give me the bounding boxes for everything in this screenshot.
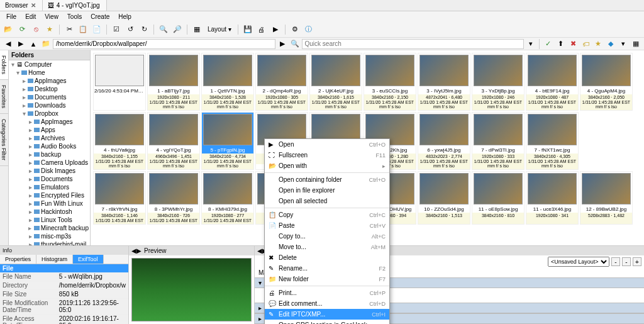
- tree-item[interactable]: ▸ Encrypted Files: [9, 191, 90, 199]
- tree-item[interactable]: ▸ backup: [9, 150, 90, 159]
- tab-exiftool[interactable]: ExifTool: [73, 255, 104, 264]
- menu-item[interactable]: 💬Edit comment...Ctrl+D: [265, 298, 389, 309]
- tree-item[interactable]: ▸ misc-mp3s: [9, 232, 90, 240]
- path-input[interactable]: [53, 39, 275, 49]
- tree-item[interactable]: ▸ Archives: [9, 134, 90, 142]
- back-icon[interactable]: ◀: [3, 38, 14, 50]
- menu-item[interactable]: Move to...Alt+M: [265, 242, 389, 252]
- sort-icon[interactable]: ▾: [618, 38, 629, 50]
- thumbnail-cell[interactable]: 4 - QguApM4.jpg 3840x2160 · 2,0501/31/20…: [580, 53, 633, 111]
- tree-item[interactable]: ▸ AppImages: [9, 77, 90, 85]
- menu-item[interactable]: 📂Open with▸: [265, 160, 389, 171]
- filter-icon[interactable]: ▾: [525, 38, 536, 50]
- forward-icon[interactable]: ▶: [15, 38, 26, 50]
- close-icon[interactable]: ✕: [31, 2, 36, 9]
- menu-edit[interactable]: Edit: [21, 13, 40, 21]
- open-icon[interactable]: 📂: [3, 24, 14, 35]
- favorite-icon[interactable]: ★: [44, 24, 55, 35]
- menu-item[interactable]: Open all selected: [265, 196, 389, 206]
- menu-item[interactable]: Open GPS location in GeoHack...: [265, 320, 389, 324]
- sidetab-folders[interactable]: Folders: [0, 50, 8, 80]
- tag-icon[interactable]: 🏷: [580, 38, 591, 50]
- menu-item[interactable]: ⛶FullscreenF11: [265, 150, 389, 160]
- paste-icon[interactable]: 📄: [91, 24, 103, 35]
- menu-view[interactable]: View: [41, 13, 62, 21]
- thumbnail-cell[interactable]: 4 - btE9F14.jpg 1920x1080 · 4871/31/20 1…: [526, 53, 579, 111]
- menu-item[interactable]: ✎Edit IPTC/XMP...Ctrl+I: [265, 309, 389, 320]
- menu-help[interactable]: Help: [114, 13, 135, 21]
- thumbnail-cell[interactable]: 6 - yxwj4J5.jpg 4832x2023 · 2,7741/31/20…: [418, 112, 470, 170]
- thumbnail-cell[interactable]: 2 - dQmp4oR.jpg 1920x1080 · 3051/31/20 1…: [255, 53, 308, 111]
- menu-item[interactable]: Open containing folderCtrl+O: [265, 174, 389, 185]
- tool3-icon[interactable]: ✖: [567, 38, 579, 50]
- up-icon[interactable]: ▲: [28, 38, 39, 50]
- thumbnail-cell[interactable]: 3 - IVytJ5Im.jpg 4872x2041 · 6,4801/31/2…: [418, 53, 470, 111]
- thumbnail-cell[interactable]: 11 - oE8pSow.jpg 3840x2160 · 810: [472, 171, 525, 224]
- tab-browser[interactable]: Browser✕: [0, 0, 43, 11]
- layout-add[interactable]: +: [633, 257, 641, 266]
- tree-item[interactable]: ▸ Fun With Linux: [9, 199, 90, 208]
- thumbnail-cell[interactable]: 1 - QztIVTN.jpg 3840x2160 · 1,5281/31/20…: [201, 53, 254, 111]
- quick-search-input[interactable]: [302, 39, 525, 49]
- refresh-icon[interactable]: ⟳: [16, 24, 28, 35]
- layout-select[interactable]: <Unsaved Layout>: [548, 257, 609, 267]
- thumbnail-cell[interactable]: 8 - 3PWMhYr.jpg 3840x2160 · 7261/31/20 1…: [147, 171, 200, 224]
- tree-item[interactable]: ▸ Desktop: [9, 85, 90, 93]
- tree-item[interactable]: ▸ Disk Images: [9, 167, 90, 175]
- thumbnail-cell[interactable]: 2/16/20 4:53:04 PM EST: [93, 53, 146, 111]
- help-icon[interactable]: ⓘ: [303, 24, 314, 35]
- print-icon[interactable]: 🖨: [256, 24, 267, 35]
- slideshow-icon[interactable]: ▶: [270, 24, 281, 35]
- copy-icon[interactable]: 📋: [77, 24, 89, 35]
- tree-item[interactable]: ▸ AppImages: [9, 118, 90, 126]
- tree-item[interactable]: ▸ Hackintosh: [9, 208, 90, 216]
- tree-item[interactable]: ▸ Audio Books: [9, 142, 90, 150]
- thumbnail-cell[interactable]: 4 - vgIYQoT.jpg 4960x3496 · 1,4511/31/20…: [147, 112, 200, 170]
- menu-item[interactable]: 📁New folderF7: [265, 274, 389, 284]
- tool1-icon[interactable]: ✓: [542, 38, 553, 50]
- menu-item[interactable]: ✎Rename...F2: [265, 263, 389, 274]
- menu-item[interactable]: 📄PasteCtrl+V: [265, 220, 389, 231]
- menu-item[interactable]: ✖Delete: [265, 252, 389, 263]
- menu-item[interactable]: 🖨Print...Ctrl+P: [265, 288, 389, 298]
- thumbnail-cell[interactable]: 3 - euSCCIs.jpg 3840x2160 · 2,1501/31/20…: [364, 53, 416, 111]
- thumbnail-cell[interactable]: 3 - YxDtjBp.jpg 1920x1080 · 2461/31/20 1…: [472, 53, 525, 111]
- tree-item[interactable]: ▾ Dropbox: [9, 109, 90, 118]
- stop-icon[interactable]: ⦸: [30, 24, 42, 35]
- menu-file[interactable]: File: [3, 13, 20, 21]
- menu-create[interactable]: Create: [87, 13, 113, 21]
- rotate-left-icon[interactable]: ↺: [125, 24, 136, 35]
- thumb-size-icon[interactable]: ▦: [630, 38, 641, 50]
- sidetab-favorites[interactable]: Favorites: [0, 80, 8, 114]
- tree-item[interactable]: ▸ Documents: [9, 93, 90, 101]
- tab-properties[interactable]: Properties: [0, 255, 36, 264]
- layout-next[interactable]: -: [622, 257, 631, 266]
- tree-item[interactable]: ▸ Emulators: [9, 183, 90, 191]
- thumbnail-cell[interactable]: 11 - uce3X46.jpg 1920x1080 · 341: [526, 171, 579, 224]
- tree-item[interactable]: ▸ Apps: [9, 126, 90, 134]
- zoom-out-icon[interactable]: 🔎: [172, 24, 183, 35]
- color-icon[interactable]: ◆: [605, 38, 616, 50]
- thumbnail-cell[interactable]: 10 - ZZOuSd4.jpg 3840x2160 · 1,513: [418, 171, 470, 224]
- settings-icon[interactable]: ⚙: [289, 24, 301, 35]
- view-mode-icon[interactable]: ▦: [191, 24, 203, 35]
- tree-item[interactable]: ▸ Camera Uploads: [9, 159, 90, 167]
- thumbnail-cell[interactable]: 4 - thUYatkjpg 3840x2160 · 1,1551/31/20 …: [93, 112, 146, 170]
- thumbnail-cell[interactable]: 8 - KMHi379d.jpg 1920x1080 · 2771/31/20 …: [201, 171, 254, 224]
- thumbnail-cell[interactable]: 1 - aBTIjy7.jpg 1920x1080 · 2111/31/20 1…: [147, 53, 200, 111]
- save-icon[interactable]: 💾: [242, 24, 253, 35]
- tree-item[interactable]: ▸ thunderbird-mail: [9, 240, 90, 245]
- tree-item[interactable]: ▸ Minecraft backup: [9, 224, 90, 232]
- tab-image[interactable]: 🖼4 - vgIYQoT.jpg: [43, 0, 107, 11]
- layout-dropdown[interactable]: Layout ▾: [205, 25, 234, 34]
- thumbnail-cell[interactable]: 12 - 89BwUB2.jpg 5208x2883 · 1,482: [580, 171, 633, 224]
- tree-item[interactable]: ▸ Documents: [9, 175, 90, 183]
- menu-item[interactable]: Copy to...Alt+C: [265, 231, 389, 242]
- menu-item[interactable]: ▶OpenCtrl+O: [265, 139, 389, 150]
- tree-item[interactable]: ▾🖥 Computer: [9, 60, 90, 69]
- tree-item[interactable]: ▸ Linux Tools: [9, 216, 90, 224]
- thumbnail-cell[interactable]: 5 - pTFgplN.jpg 3840x2160 · 4,7341/31/20…: [201, 112, 254, 170]
- go-icon[interactable]: ▶: [277, 38, 288, 50]
- collapse-icon[interactable]: ◀▶: [131, 247, 142, 254]
- thumbnail-cell[interactable]: 7 - fNXT1wc.jpg 3840x2160 · 4,3051/31/20…: [526, 112, 579, 170]
